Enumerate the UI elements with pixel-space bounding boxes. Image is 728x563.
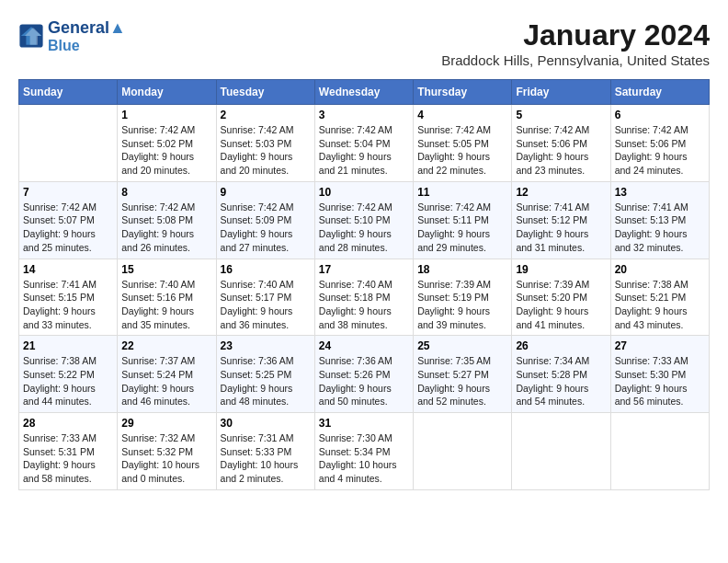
cell-info: Sunrise: 7:31 AMSunset: 5:33 PMDaylight:… — [221, 431, 311, 486]
cell-info: Sunrise: 7:32 AMSunset: 5:32 PMDaylight:… — [121, 431, 211, 486]
calendar-cell — [414, 413, 512, 490]
day-number: 12 — [516, 186, 606, 199]
cell-info: Sunrise: 7:39 AMSunset: 5:19 PMDaylight:… — [417, 278, 507, 332]
weekday-header-thursday: Thursday — [414, 80, 512, 105]
cell-info: Sunrise: 7:40 AMSunset: 5:17 PMDaylight:… — [221, 278, 311, 332]
calendar-cell: 20Sunrise: 7:38 AMSunset: 5:21 PMDayligh… — [610, 259, 709, 336]
day-number: 27 — [615, 339, 705, 352]
calendar-cell: 31Sunrise: 7:30 AMSunset: 5:34 PMDayligh… — [314, 413, 413, 490]
cell-info: Sunrise: 7:34 AMSunset: 5:28 PMDaylight:… — [516, 354, 606, 408]
calendar-cell: 2Sunrise: 7:42 AMSunset: 5:03 PMDaylight… — [216, 105, 314, 182]
calendar-cell: 16Sunrise: 7:40 AMSunset: 5:17 PMDayligh… — [216, 259, 314, 336]
day-number: 26 — [516, 339, 606, 352]
day-number: 30 — [221, 417, 311, 430]
day-number: 17 — [319, 263, 409, 276]
cell-info: Sunrise: 7:42 AMSunset: 5:06 PMDaylight:… — [516, 123, 606, 178]
cell-info: Sunrise: 7:33 AMSunset: 5:30 PMDaylight:… — [615, 354, 705, 408]
day-number: 19 — [516, 263, 606, 276]
cell-info: Sunrise: 7:36 AMSunset: 5:25 PMDaylight:… — [221, 354, 311, 408]
calendar-cell: 26Sunrise: 7:34 AMSunset: 5:28 PMDayligh… — [512, 336, 610, 413]
calendar-cell: 18Sunrise: 7:39 AMSunset: 5:19 PMDayligh… — [414, 259, 512, 336]
weekday-header-friday: Friday — [512, 80, 610, 105]
cell-info: Sunrise: 7:42 AMSunset: 5:03 PMDaylight:… — [221, 123, 311, 178]
calendar-week-row: 21Sunrise: 7:38 AMSunset: 5:22 PMDayligh… — [19, 336, 710, 413]
logo: General▲ Blue — [18, 18, 126, 53]
weekday-header-row: SundayMondayTuesdayWednesdayThursdayFrid… — [19, 80, 710, 105]
day-number: 4 — [417, 109, 507, 121]
weekday-header-monday: Monday — [118, 80, 216, 105]
cell-info: Sunrise: 7:37 AMSunset: 5:24 PMDaylight:… — [121, 354, 211, 408]
weekday-header-saturday: Saturday — [610, 80, 709, 105]
calendar-cell: 7Sunrise: 7:42 AMSunset: 5:07 PMDaylight… — [19, 181, 118, 259]
calendar-cell: 17Sunrise: 7:40 AMSunset: 5:18 PMDayligh… — [314, 259, 413, 336]
cell-info: Sunrise: 7:38 AMSunset: 5:22 PMDaylight:… — [23, 354, 113, 408]
day-number: 28 — [23, 417, 113, 430]
cell-info: Sunrise: 7:42 AMSunset: 5:06 PMDaylight:… — [615, 123, 705, 178]
calendar-cell: 8Sunrise: 7:42 AMSunset: 5:08 PMDaylight… — [118, 181, 216, 259]
logo-icon — [18, 23, 44, 49]
calendar-cell: 29Sunrise: 7:32 AMSunset: 5:32 PMDayligh… — [118, 413, 216, 490]
cell-info: Sunrise: 7:39 AMSunset: 5:20 PMDaylight:… — [516, 278, 606, 332]
cell-info: Sunrise: 7:42 AMSunset: 5:11 PMDaylight:… — [417, 201, 507, 255]
calendar-cell: 14Sunrise: 7:41 AMSunset: 5:15 PMDayligh… — [19, 259, 118, 336]
cell-info: Sunrise: 7:42 AMSunset: 5:04 PMDaylight:… — [319, 123, 409, 178]
calendar-cell: 10Sunrise: 7:42 AMSunset: 5:10 PMDayligh… — [314, 181, 413, 259]
day-number: 10 — [319, 186, 409, 199]
cell-info: Sunrise: 7:36 AMSunset: 5:26 PMDaylight:… — [319, 354, 409, 408]
weekday-header-wednesday: Wednesday — [314, 80, 413, 105]
calendar-cell: 9Sunrise: 7:42 AMSunset: 5:09 PMDaylight… — [216, 181, 314, 259]
day-number: 5 — [516, 109, 606, 121]
cell-info: Sunrise: 7:41 AMSunset: 5:12 PMDaylight:… — [516, 201, 606, 255]
calendar-cell: 27Sunrise: 7:33 AMSunset: 5:30 PMDayligh… — [610, 336, 709, 413]
day-number: 7 — [23, 186, 113, 199]
day-number: 16 — [221, 263, 311, 276]
day-number: 1 — [121, 109, 211, 121]
calendar-cell: 13Sunrise: 7:41 AMSunset: 5:13 PMDayligh… — [610, 181, 709, 259]
calendar-cell: 21Sunrise: 7:38 AMSunset: 5:22 PMDayligh… — [19, 336, 118, 413]
weekday-header-sunday: Sunday — [19, 80, 118, 105]
calendar-cell: 30Sunrise: 7:31 AMSunset: 5:33 PMDayligh… — [216, 413, 314, 490]
day-number: 9 — [221, 186, 311, 199]
cell-info: Sunrise: 7:38 AMSunset: 5:21 PMDaylight:… — [615, 278, 705, 332]
day-number: 18 — [417, 263, 507, 276]
calendar-cell: 19Sunrise: 7:39 AMSunset: 5:20 PMDayligh… — [512, 259, 610, 336]
calendar-cell: 3Sunrise: 7:42 AMSunset: 5:04 PMDaylight… — [314, 105, 413, 182]
calendar-cell: 22Sunrise: 7:37 AMSunset: 5:24 PMDayligh… — [118, 336, 216, 413]
calendar-week-row: 28Sunrise: 7:33 AMSunset: 5:31 PMDayligh… — [19, 413, 710, 490]
calendar-cell: 11Sunrise: 7:42 AMSunset: 5:11 PMDayligh… — [414, 181, 512, 259]
calendar-cell — [19, 105, 118, 182]
day-number: 20 — [615, 263, 705, 276]
cell-info: Sunrise: 7:35 AMSunset: 5:27 PMDaylight:… — [417, 354, 507, 408]
day-number: 11 — [417, 186, 507, 199]
calendar-table: SundayMondayTuesdayWednesdayThursdayFrid… — [18, 79, 710, 490]
location-title: Braddock Hills, Pennsylvania, United Sta… — [441, 52, 710, 68]
day-number: 23 — [221, 339, 311, 352]
calendar-cell: 4Sunrise: 7:42 AMSunset: 5:05 PMDaylight… — [414, 105, 512, 182]
cell-info: Sunrise: 7:42 AMSunset: 5:10 PMDaylight:… — [319, 201, 409, 255]
cell-info: Sunrise: 7:41 AMSunset: 5:13 PMDaylight:… — [615, 201, 705, 255]
cell-info: Sunrise: 7:42 AMSunset: 5:02 PMDaylight:… — [121, 123, 211, 178]
cell-info: Sunrise: 7:41 AMSunset: 5:15 PMDaylight:… — [23, 278, 113, 332]
day-number: 21 — [23, 339, 113, 352]
day-number: 31 — [319, 417, 409, 430]
calendar-cell — [610, 413, 709, 490]
calendar-cell: 15Sunrise: 7:40 AMSunset: 5:16 PMDayligh… — [118, 259, 216, 336]
day-number: 3 — [319, 109, 409, 121]
day-number: 29 — [121, 417, 211, 430]
day-number: 13 — [615, 186, 705, 199]
day-number: 25 — [417, 339, 507, 352]
cell-info: Sunrise: 7:40 AMSunset: 5:16 PMDaylight:… — [121, 278, 211, 332]
weekday-header-tuesday: Tuesday — [216, 80, 314, 105]
title-area: January 2024 Braddock Hills, Pennsylvani… — [441, 18, 710, 68]
calendar-cell: 5Sunrise: 7:42 AMSunset: 5:06 PMDaylight… — [512, 105, 610, 182]
calendar-week-row: 14Sunrise: 7:41 AMSunset: 5:15 PMDayligh… — [19, 259, 710, 336]
calendar-cell: 28Sunrise: 7:33 AMSunset: 5:31 PMDayligh… — [19, 413, 118, 490]
day-number: 15 — [121, 263, 211, 276]
day-number: 8 — [121, 186, 211, 199]
calendar-cell — [512, 413, 610, 490]
cell-info: Sunrise: 7:33 AMSunset: 5:31 PMDaylight:… — [23, 431, 113, 486]
logo-text: General▲ Blue — [48, 18, 126, 53]
calendar-cell: 24Sunrise: 7:36 AMSunset: 5:26 PMDayligh… — [314, 336, 413, 413]
day-number: 22 — [121, 339, 211, 352]
cell-info: Sunrise: 7:42 AMSunset: 5:07 PMDaylight:… — [23, 201, 113, 255]
